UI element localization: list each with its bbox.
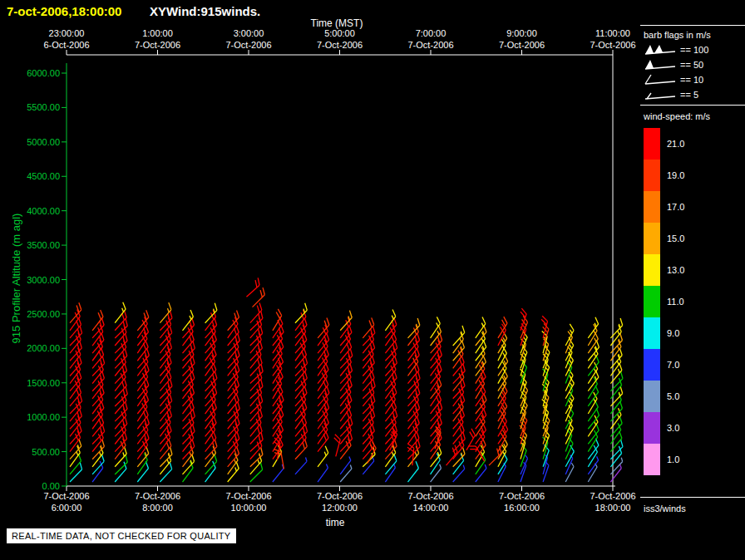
wind-barb-line (372, 457, 374, 461)
bottom-tick-time: 18:00:00 (595, 503, 631, 513)
wind-barb-line (258, 460, 259, 464)
wind-barb-line (259, 453, 260, 457)
wind-barb-line (205, 468, 216, 482)
bottom-tick-time: 12:00:00 (322, 503, 358, 513)
wind-barb-line (620, 386, 623, 394)
top-tick-time: 11:00:00 (595, 28, 630, 38)
colorbar-swatch (644, 160, 660, 191)
legend-panel: barb flags in m/s == 100 == 50 == 10 (640, 0, 745, 560)
wind-barb-line (395, 341, 397, 348)
top-tick-date: 7-Oct-2006 (499, 40, 545, 50)
wind-barb-line (524, 391, 526, 394)
wind-barb-line (570, 324, 574, 331)
wind-barb-line (273, 384, 282, 399)
wind-barb-line (503, 352, 506, 356)
wind-barb-line (215, 371, 217, 379)
top-tick-time: 1:00:00 (142, 28, 173, 38)
wind-barb-line (620, 401, 623, 409)
wind-barb-line (260, 394, 262, 401)
wind-barb-line (416, 461, 418, 468)
wind-barb-line (170, 394, 172, 401)
wind-barb-line (466, 435, 476, 450)
bottom-tick-time: 8:00:00 (142, 503, 173, 513)
wind-barb-line (260, 462, 262, 469)
left-tick-label: 3500.00 (27, 240, 60, 250)
wind-barb-line (462, 326, 465, 333)
wind-barb-line (170, 447, 172, 454)
colorbar-segment: 7.0 (644, 349, 684, 381)
wind-barb-line (123, 453, 125, 457)
wind-barb-line (92, 468, 103, 482)
wind-barb-line (385, 468, 395, 482)
colorbar-label: 17.0 (667, 202, 684, 212)
wind-barb (273, 464, 284, 482)
wind-barb-line (318, 468, 328, 482)
wind-barb-line (481, 323, 483, 327)
colorbar-segment: 9.0 (644, 317, 684, 349)
wind-barb-line (350, 349, 352, 356)
wind-barb-line (253, 295, 265, 307)
colorbar-segment: 15.0 (644, 223, 684, 254)
wind-barb-line (395, 356, 397, 363)
wind-barb-line (476, 384, 485, 399)
colorbar-segment: 1.0 (644, 444, 684, 475)
colorbar-segment: 13.0 (644, 254, 684, 286)
wind-barb-line (372, 409, 375, 416)
colorbar-segment: 21.0 (644, 128, 684, 160)
wind-barb (246, 278, 259, 297)
wind-barb-line (392, 316, 393, 320)
top-tick-date: 7-Oct-2006 (317, 40, 363, 50)
top-tick-time: 5:00:00 (324, 28, 355, 38)
wind-barb-line (192, 318, 195, 326)
wind-barb-line (350, 364, 353, 371)
colorbar-label: 5.0 (667, 391, 679, 401)
wind-barb-line (170, 462, 172, 469)
wind-barb-line (324, 452, 326, 456)
wind-barb-line (305, 425, 307, 432)
wind-barb-line (215, 454, 217, 462)
wind-barb-line (79, 356, 81, 363)
wind-barb-line (372, 356, 375, 363)
wind-barb-line (440, 333, 442, 341)
wind-barb-line (124, 379, 126, 386)
wind-barb-line (125, 432, 127, 440)
wind-barb-line (237, 348, 239, 356)
wind-barb-line (305, 440, 308, 447)
colorbar-segment: 5.0 (644, 381, 684, 412)
left-tick-label: 4000.00 (27, 206, 60, 216)
colorbar-label: 15.0 (667, 233, 684, 243)
bottom-tick-date: 7-Oct-2006 (407, 491, 453, 501)
wind-barb-line (215, 318, 217, 326)
wind-barb-line (70, 469, 82, 482)
wind-barb-line (259, 356, 262, 364)
wind-barb-line (263, 287, 264, 295)
barb-flag-100-label: == 100 (680, 45, 708, 55)
wind-barb-line (543, 465, 549, 482)
wind-barb-line (504, 317, 507, 323)
wind-barb-line (340, 469, 352, 482)
wind-barb-line (482, 317, 486, 324)
wind-barb-line (462, 394, 465, 401)
wind-barb-line (363, 461, 373, 474)
top-tick-time: 9:00:00 (506, 28, 537, 38)
wind-barb-line (170, 409, 172, 416)
wind-barb-line (305, 371, 308, 379)
left-tick-label: 5000.00 (27, 137, 60, 147)
colorbar-label: 7.0 (667, 360, 679, 370)
wind-barb-line (193, 410, 195, 417)
wind-barb-line (597, 456, 599, 460)
top-tick-time: 7:00:00 (416, 28, 447, 38)
wind-barb-line (621, 458, 622, 462)
colorbar-label: 1.0 (667, 454, 679, 464)
wind-barb-line (102, 440, 105, 447)
wind-barb-line (80, 326, 81, 333)
colorbar-label: 19.0 (667, 170, 684, 180)
wind-barb-line (192, 371, 195, 379)
wind-barb-line (431, 468, 442, 482)
wind-barb-line (327, 318, 329, 326)
wind-barb-line (167, 308, 169, 312)
wind-barb-line (215, 386, 217, 394)
wind-barb-line (372, 424, 375, 431)
wind-barb-line (462, 379, 465, 386)
colorbar-segment: 3.0 (644, 412, 684, 444)
